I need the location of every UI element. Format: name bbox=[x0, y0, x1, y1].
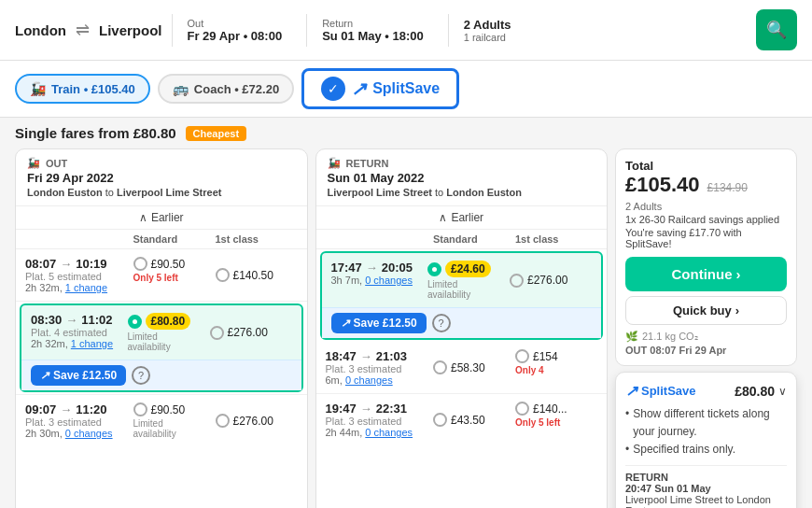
ret-row-1-std[interactable]: £24.60 Limitedavailability bbox=[427, 261, 510, 300]
ret-direction: 🚂 RETURN bbox=[328, 157, 596, 169]
chevron-down-icon: ∨ bbox=[778, 385, 787, 398]
cheapest-badge: Cheapest bbox=[186, 126, 247, 141]
filter-bar: 🚂 Train • £105.40 🚌 Coach • £72.20 ✓ ↗ S… bbox=[0, 61, 812, 118]
ret-row-3[interactable]: 19:47 → 22:31 Plat. 3 estimated 2h 44m, … bbox=[316, 394, 608, 445]
ret-train-icon: 🚂 bbox=[328, 157, 341, 169]
out-info: OUT 08:07 Fri 29 Apr bbox=[625, 345, 787, 356]
out-segment[interactable]: Out Fr 29 Apr • 08:00 bbox=[172, 14, 298, 47]
out-col-header: 🚂 OUT Fri 29 Apr 2022 London Euston to L… bbox=[16, 149, 307, 206]
out-row-1-std[interactable]: £90.50 Only 5 left bbox=[133, 257, 216, 293]
passengers-label: 2 Adults bbox=[464, 18, 511, 32]
fares-heading-bar: Single fares from £80.80 Cheapest bbox=[0, 118, 812, 148]
train-filter[interactable]: 🚂 Train • £105.40 bbox=[15, 74, 150, 104]
return-segment[interactable]: Return Su 01 May • 18:00 bbox=[306, 14, 439, 47]
ret-row-2-first[interactable]: £154 Only 4 bbox=[515, 349, 597, 386]
fares-heading: Single fares from £80.80 bbox=[15, 125, 176, 141]
swap-icon[interactable]: ⇌ bbox=[76, 20, 90, 40]
out-direction: 🚂 OUT bbox=[27, 157, 296, 169]
splitsave-bullets: •Show different tickets along your journ… bbox=[625, 405, 787, 459]
return-section-route: Liverpool Lime Street to London Euston bbox=[625, 494, 787, 508]
splitsave-label: SplitSave bbox=[372, 80, 440, 97]
adults-info: 2 Adults bbox=[625, 201, 787, 212]
out-row-3-first[interactable]: £276.00 bbox=[216, 402, 298, 439]
right-panel: Total £105.40 £134.90 2 Adults 1x 26-30 … bbox=[615, 148, 797, 508]
return-value: Su 01 May • 18:00 bbox=[322, 29, 424, 43]
out-row-2-std[interactable]: £80.80 Limitedavailability bbox=[128, 313, 210, 352]
route-to: Liverpool bbox=[99, 22, 162, 38]
out-row-3-std[interactable]: £90.50 Limitedavailability bbox=[133, 402, 216, 439]
total-card: Total £105.40 £134.90 2 Adults 1x 26-30 … bbox=[615, 148, 797, 366]
out-to: Liverpool Lime Street bbox=[117, 187, 221, 198]
out-row-1-time: 08:07 → 10:19 Plat. 5 estimated 2h 32m, … bbox=[25, 257, 133, 293]
return-label: Return bbox=[322, 18, 424, 29]
ret-to: London Euston bbox=[446, 187, 522, 198]
out-date: Fri 29 Apr 2022 bbox=[27, 171, 296, 185]
out-earlier-btn[interactable]: ∧ Earlier bbox=[16, 206, 307, 230]
out-from: London Euston bbox=[27, 187, 103, 198]
only-left-badge: Only 5 left bbox=[133, 273, 178, 283]
splitsave-savings: You're saving £17.70 with SplitSave! bbox=[625, 227, 787, 249]
ret-row-1[interactable]: 17:47 → 20:05 3h 7m, 0 changes £24.60 Li… bbox=[320, 251, 604, 340]
splitsave-filter[interactable]: ✓ ↗ SplitSave bbox=[301, 68, 459, 109]
coach-filter[interactable]: 🚌 Coach • £72.20 bbox=[158, 74, 294, 104]
out-value: Fr 29 Apr • 08:00 bbox=[188, 29, 283, 43]
ret-from: Liverpool Lime Street bbox=[328, 187, 432, 198]
ret-row-2[interactable]: 18:47 → 21:03 Plat. 3 estimated 6m, 0 ch… bbox=[316, 342, 608, 394]
search-button[interactable]: 🔍 bbox=[756, 9, 797, 50]
train-label: Train • £105.40 bbox=[51, 82, 135, 96]
ret-row-1-time: 17:47 → 20:05 3h 7m, 0 changes bbox=[331, 261, 428, 300]
continue-button[interactable]: Continue › bbox=[625, 257, 787, 291]
splitsave-brand-icon: ↗ bbox=[625, 382, 637, 400]
save-splitsave-btn[interactable]: ↗ Save £12.50 bbox=[31, 365, 126, 386]
coach-label: Coach • £72.20 bbox=[194, 82, 279, 96]
ret-row-3-time: 19:47 → 22:31 Plat. 3 estimated 2h 44m, … bbox=[326, 402, 434, 438]
ret-save-bar: ↗ Save £12.50 ? bbox=[322, 307, 602, 338]
total-was-price: £134.90 bbox=[707, 181, 748, 194]
out-row-2-first[interactable]: £276.00 bbox=[210, 313, 292, 352]
ret-row-3-std[interactable]: £43.50 bbox=[433, 402, 515, 438]
splitsave-brand: ↗ SplitSave bbox=[625, 382, 696, 400]
ret-price-header: Standard 1st class bbox=[316, 230, 608, 249]
return-section-date: 20:47 Sun 01 May bbox=[625, 483, 787, 494]
passengers-segment[interactable]: 2 Adults 1 railcard bbox=[448, 14, 526, 47]
ret-row-2-time: 18:47 → 21:03 Plat. 3 estimated 6m, 0 ch… bbox=[326, 349, 434, 386]
ret-help-icon[interactable]: ? bbox=[432, 314, 451, 332]
splitsave-dropdown-header[interactable]: ↗ SplitSave £80.80 ∨ bbox=[625, 382, 787, 400]
return-section: RETURN 20:47 Sun 01 May Liverpool Lime S… bbox=[625, 465, 787, 508]
coach-icon: 🚌 bbox=[173, 81, 189, 96]
splitsave-label-icon: ↗ bbox=[351, 78, 367, 100]
main-content: 🚂 OUT Fri 29 Apr 2022 London Euston to L… bbox=[0, 148, 812, 508]
total-label: Total bbox=[625, 159, 787, 173]
out-row-2[interactable]: 08:30 → 11:02 Plat. 4 estimated 2h 32m, … bbox=[20, 303, 303, 392]
out-row-2-time: 08:30 → 11:02 Plat. 4 estimated 2h 32m, … bbox=[31, 313, 128, 352]
help-icon[interactable]: ? bbox=[132, 366, 150, 385]
splitsave-check-icon: ✓ bbox=[321, 77, 345, 101]
ret-earlier-btn[interactable]: ∧ Earlier bbox=[316, 206, 608, 230]
out-train-icon: 🚂 bbox=[27, 157, 40, 169]
out-row-3[interactable]: 09:07 → 11:20 Plat. 3 estimated 2h 30m, … bbox=[16, 394, 307, 446]
out-row-1-first[interactable]: £140.50 bbox=[216, 257, 298, 293]
ret-save-btn[interactable]: ↗ Save £12.50 bbox=[331, 313, 427, 333]
railcard-savings: 1x 26-30 Railcard savings applied bbox=[625, 214, 787, 225]
splitsave-dropdown: ↗ SplitSave £80.80 ∨ •Show different tic… bbox=[615, 372, 797, 508]
return-section-label: RETURN bbox=[625, 472, 787, 483]
out-price-header: Standard 1st class bbox=[16, 230, 307, 249]
out-save-bar: ↗ Save £12.50 ? bbox=[21, 360, 301, 390]
total-price: £105.40 bbox=[625, 173, 700, 197]
out-route: London Euston to Liverpool Lime Street bbox=[27, 187, 296, 198]
ret-date: Sun 01 May 2022 bbox=[328, 171, 596, 185]
ret-row-1-first[interactable]: £276.00 bbox=[510, 261, 592, 300]
out-row-3-time: 09:07 → 11:20 Plat. 3 estimated 2h 30m, … bbox=[25, 402, 133, 439]
co2-info: 🌿 21.1 kg CO₂ bbox=[625, 331, 787, 343]
ret-route: Liverpool Lime Street to London Euston bbox=[328, 187, 596, 198]
ret-col-header: 🚂 RETURN Sun 01 May 2022 Liverpool Lime … bbox=[316, 149, 608, 206]
quickbuy-button[interactable]: Quick buy › bbox=[625, 296, 787, 325]
splitsave-dropdown-price: £80.80 bbox=[735, 384, 775, 399]
ret-row-2-std[interactable]: £58.30 bbox=[433, 349, 515, 386]
ret-row-3-first[interactable]: £140... Only 5 left bbox=[515, 402, 597, 438]
train-icon: 🚂 bbox=[30, 81, 46, 96]
header: London ⇌ Liverpool Out Fr 29 Apr • 08:00… bbox=[0, 0, 812, 61]
leaf-icon: 🌿 bbox=[625, 331, 638, 343]
return-column: 🚂 RETURN Sun 01 May 2022 Liverpool Lime … bbox=[315, 148, 609, 508]
out-row-1[interactable]: 08:07 → 10:19 Plat. 5 estimated 2h 32m, … bbox=[16, 249, 307, 302]
